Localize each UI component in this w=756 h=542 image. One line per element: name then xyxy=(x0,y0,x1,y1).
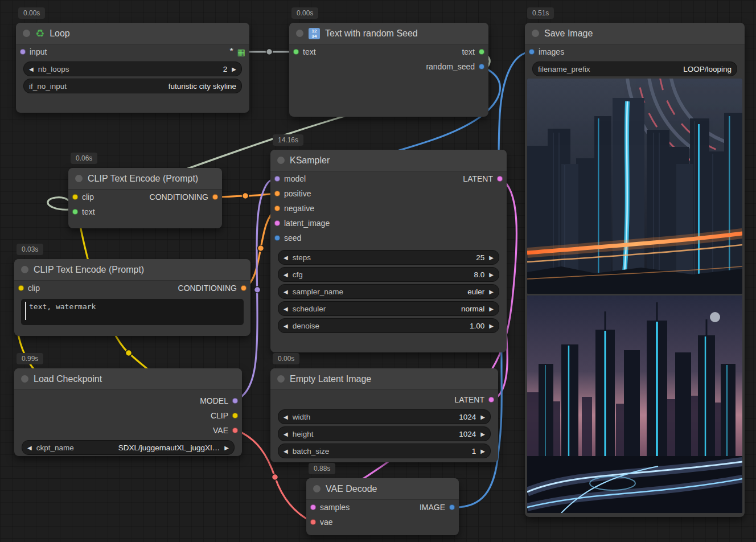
output-slot-model[interactable]: MODEL xyxy=(200,396,238,405)
node-clip-text-encode-positive[interactable]: 0.06s CLIP Text Encode (Prompt) clip CON… xyxy=(68,168,222,228)
increment-arrow-icon[interactable]: ▶ xyxy=(480,414,485,420)
input-slot-model[interactable]: model xyxy=(274,174,306,183)
input-dot[interactable] xyxy=(274,206,280,211)
node-title-bar[interactable]: Save Image xyxy=(525,23,745,44)
input-slot-text[interactable]: text xyxy=(72,207,95,216)
node-loop[interactable]: 0.00s ♻ Loop input * ▦ ◀ nb_loops 2 ▶ if… xyxy=(16,23,249,113)
output-dot[interactable] xyxy=(488,397,494,403)
output-dot[interactable] xyxy=(232,428,238,433)
collapse-dot[interactable] xyxy=(277,375,285,383)
input-slot-latent-image[interactable]: latent_image xyxy=(274,219,330,228)
widget-height[interactable]: ◀ height 1024 ▶ xyxy=(278,426,491,441)
output-dot[interactable] xyxy=(449,504,455,510)
node-title-bar[interactable]: CLIP Text Encode (Prompt) xyxy=(14,259,250,281)
decrement-arrow-icon[interactable]: ◀ xyxy=(29,66,34,72)
output-slot-latent[interactable]: LATENT xyxy=(454,395,494,404)
input-dot[interactable] xyxy=(310,519,316,525)
node-clip-text-encode-negative[interactable]: 0.03s CLIP Text Encode (Prompt) clip CON… xyxy=(14,259,250,336)
input-slot-images[interactable]: images xyxy=(529,47,564,56)
node-load-checkpoint[interactable]: 0.99s Load Checkpoint MODEL CLIP VAE ◀ c… xyxy=(14,368,242,456)
widget-ckpt-name[interactable]: ◀ ckpt_name SDXL/juggernautXL_juggXI… ▶ xyxy=(22,440,235,455)
node-vae-decode[interactable]: 0.88s VAE Decode samples IMAGE vae xyxy=(306,478,459,535)
increment-arrow-icon[interactable]: ▶ xyxy=(489,272,494,278)
widget-if-no-input[interactable]: if_no_input futuristic city skyline xyxy=(23,79,242,93)
input-slot-clip[interactable]: clip xyxy=(72,192,94,202)
input-dot[interactable] xyxy=(274,191,280,196)
output-dot[interactable] xyxy=(212,194,218,200)
input-dot[interactable] xyxy=(529,49,535,55)
node-title-bar[interactable]: KSampler xyxy=(270,150,507,171)
widget-cfg[interactable]: ◀ cfg 8.0 ▶ xyxy=(278,267,499,282)
output-slot-clip[interactable]: CLIP xyxy=(211,411,238,420)
decrement-arrow-icon[interactable]: ◀ xyxy=(284,448,288,454)
increment-arrow-icon[interactable]: ▶ xyxy=(232,66,236,72)
output-slot-conditioning[interactable]: CONDITIONING xyxy=(150,192,218,202)
node-title-bar[interactable]: ♻ Loop xyxy=(16,23,249,44)
collapse-dot[interactable] xyxy=(532,30,539,37)
widget-filename-prefix[interactable]: filename_prefix LOOP/looping xyxy=(532,61,737,76)
collapse-dot[interactable] xyxy=(21,266,28,273)
node-empty-latent-image[interactable]: 0.00s Empty Latent Image LATENT ◀ width … xyxy=(270,368,498,462)
graph-canvas[interactable]: { "ui": { "arrow_left": "◀", "arrow_righ… xyxy=(0,0,756,542)
node-title-bar[interactable]: Load Checkpoint xyxy=(14,368,242,390)
collapse-dot[interactable] xyxy=(277,157,285,164)
node-ksampler[interactable]: 14.16s KSampler model LATENT positive ne… xyxy=(270,150,507,352)
input-slot-text[interactable]: text xyxy=(293,47,316,56)
output-dot[interactable] xyxy=(241,285,246,291)
widget-sampler-name[interactable]: ◀ sampler_name euler ▶ xyxy=(278,284,499,299)
node-save-image[interactable]: 0.51s Save Image images filename_prefix … xyxy=(525,23,745,517)
node-title-bar[interactable]: 12 34 Text with random Seed xyxy=(289,23,488,44)
previous-arrow-icon[interactable]: ◀ xyxy=(27,445,32,451)
input-slot-vae[interactable]: vae xyxy=(310,518,333,527)
widget-denoise[interactable]: ◀ denoise 1.00 ▶ xyxy=(278,318,499,333)
input-slot-seed[interactable]: seed xyxy=(274,233,301,243)
input-slot-negative[interactable]: negative xyxy=(274,204,314,213)
input-dot[interactable] xyxy=(274,176,280,182)
output-slot-image[interactable]: IMAGE xyxy=(420,503,455,512)
widget-width[interactable]: ◀ width 1024 ▶ xyxy=(278,409,491,424)
widget-nb-loops[interactable]: ◀ nb_loops 2 ▶ xyxy=(23,61,242,76)
input-dot[interactable] xyxy=(72,194,78,200)
output-slot-latent[interactable]: LATENT xyxy=(463,174,503,183)
increment-arrow-icon[interactable]: ▶ xyxy=(489,289,494,295)
increment-arrow-icon[interactable]: ▶ xyxy=(489,323,494,329)
widget-batch-size[interactable]: ◀ batch_size 1 ▶ xyxy=(278,444,491,458)
decrement-arrow-icon[interactable]: ◀ xyxy=(284,323,288,329)
output-slot-vae[interactable]: VAE xyxy=(213,426,238,435)
next-arrow-icon[interactable]: ▶ xyxy=(224,445,229,451)
output-slot-conditioning[interactable]: CONDITIONING xyxy=(178,284,246,293)
increment-arrow-icon[interactable]: ▶ xyxy=(489,306,494,312)
output-slot-text[interactable]: text xyxy=(462,47,484,56)
node-title-bar[interactable]: Empty Latent Image xyxy=(270,368,498,390)
input-dot[interactable] xyxy=(274,235,280,241)
decrement-arrow-icon[interactable]: ◀ xyxy=(284,306,288,312)
increment-arrow-icon[interactable]: ▶ xyxy=(480,448,485,454)
collapse-dot[interactable] xyxy=(23,30,30,37)
input-slot-positive[interactable]: positive xyxy=(274,189,311,198)
input-dot[interactable] xyxy=(293,49,299,55)
output-dot[interactable] xyxy=(497,176,503,182)
collapse-dot[interactable] xyxy=(296,30,303,37)
output-dot[interactable] xyxy=(479,49,484,55)
node-title-bar[interactable]: CLIP Text Encode (Prompt) xyxy=(68,168,222,190)
widget-scheduler[interactable]: ◀ scheduler normal ▶ xyxy=(278,301,499,316)
node-text-with-random-seed[interactable]: 0.00s 12 34 Text with random Seed text t… xyxy=(289,23,488,117)
increment-arrow-icon[interactable]: ▶ xyxy=(480,431,485,437)
increment-arrow-icon[interactable]: ▶ xyxy=(489,254,494,261)
widget-steps[interactable]: ◀ steps 25 ▶ xyxy=(278,250,499,265)
output-dot[interactable] xyxy=(232,413,238,418)
node-title-bar[interactable]: VAE Decode xyxy=(306,478,459,500)
output-slot-star[interactable]: * ▦ xyxy=(230,47,245,57)
decrement-arrow-icon[interactable]: ◀ xyxy=(284,289,288,295)
input-dot[interactable] xyxy=(274,220,280,226)
collapse-dot[interactable] xyxy=(75,175,83,182)
input-dot[interactable] xyxy=(310,504,316,510)
output-dot[interactable] xyxy=(479,64,484,69)
input-slot-clip[interactable]: clip xyxy=(18,284,40,293)
output-dot[interactable] xyxy=(232,398,238,404)
input-dot[interactable] xyxy=(20,49,26,55)
decrement-arrow-icon[interactable]: ◀ xyxy=(284,431,288,437)
input-slot-input[interactable]: input xyxy=(20,47,47,56)
decrement-arrow-icon[interactable]: ◀ xyxy=(284,272,288,278)
decrement-arrow-icon[interactable]: ◀ xyxy=(284,414,288,420)
